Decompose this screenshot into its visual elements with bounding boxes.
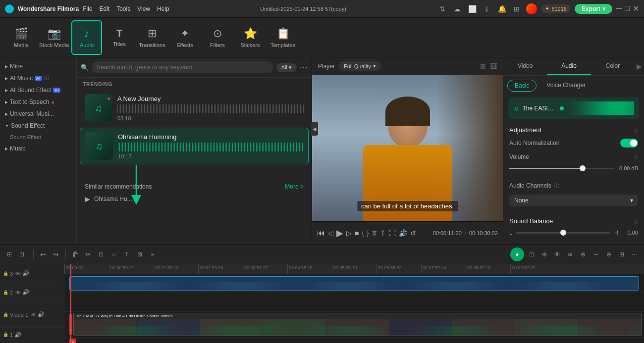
notification-icon[interactable]: 🔔 bbox=[496, 3, 507, 14]
maximize-button[interactable]: □ bbox=[625, 4, 630, 13]
audio-item-1[interactable]: ♫ ♥ A New Journey 03:18 bbox=[80, 90, 309, 126]
adjustment-collapse-icon[interactable]: ◇ bbox=[634, 127, 638, 134]
more-options-button[interactable]: ⋯ bbox=[300, 63, 308, 72]
track3-eye-icon[interactable]: 👁 bbox=[15, 271, 21, 277]
track3-audio-icon[interactable]: 🔊 bbox=[22, 270, 29, 277]
undo-button[interactable]: ↩ bbox=[38, 249, 49, 260]
sub-tab-basic[interactable]: Basic bbox=[507, 80, 537, 92]
tool-stickers[interactable]: ⭐ Stickers bbox=[235, 20, 266, 55]
tool-media[interactable]: 🎬 Media bbox=[6, 20, 37, 55]
track2-audio-icon[interactable]: 🔊 bbox=[22, 289, 29, 295]
tool-filters[interactable]: ⊙ Filters bbox=[202, 20, 233, 55]
track-select-button[interactable]: ⊡ bbox=[16, 249, 27, 260]
eye-button[interactable]: 👁 bbox=[552, 249, 563, 260]
track3-clip[interactable] bbox=[69, 276, 639, 291]
stop-button[interactable]: ■ bbox=[355, 229, 359, 237]
video1-audio-icon[interactable]: 🔊 bbox=[38, 311, 45, 318]
text-button[interactable]: T bbox=[121, 249, 132, 260]
audio-item-2[interactable]: ♫ Ohhisama Humming 10:17 bbox=[80, 128, 309, 164]
collapse-panel-button[interactable]: ◀ bbox=[311, 122, 318, 136]
menu-tools[interactable]: Tools bbox=[116, 5, 130, 12]
video1-eye-icon[interactable]: 👁 bbox=[31, 312, 36, 318]
sidebar-item-universal[interactable]: ▶ Universal Musi... bbox=[0, 108, 76, 120]
cloud-icon[interactable]: ☁ bbox=[452, 3, 463, 14]
delete-button[interactable]: 🗑 bbox=[70, 249, 81, 260]
filter-all-button[interactable]: All ▾ bbox=[276, 63, 297, 72]
snap-button[interactable]: ⧖ bbox=[372, 229, 377, 237]
layout-button[interactable]: ⊞ bbox=[616, 249, 627, 260]
audio-button[interactable]: ♫ bbox=[108, 249, 119, 260]
transform-button[interactable]: ⊠ bbox=[134, 249, 145, 260]
volume-button[interactable]: 🔊 bbox=[399, 229, 407, 237]
rotate-button[interactable]: ↺ bbox=[410, 229, 416, 237]
lr-slider-track[interactable] bbox=[516, 232, 610, 234]
tool-transitions[interactable]: ⊞ Transitions bbox=[137, 20, 167, 55]
next-frame-button[interactable]: ▷ bbox=[346, 229, 352, 237]
auto-norm-toggle[interactable] bbox=[620, 139, 638, 147]
download-icon[interactable]: ⤓ bbox=[482, 3, 492, 14]
next-tab-button[interactable]: ▶ bbox=[635, 57, 644, 75]
sub-tab-voice-changer[interactable]: Voice Changer bbox=[539, 80, 592, 92]
menu-file[interactable]: File bbox=[83, 5, 92, 12]
volume-slider-track[interactable] bbox=[509, 168, 614, 169]
play-button[interactable]: ▶ bbox=[336, 228, 343, 239]
screenshot-icon[interactable]: 🖼 bbox=[490, 62, 497, 70]
sound-balance-reset-icon[interactable]: ◇ bbox=[634, 218, 638, 225]
extract-button[interactable]: ⤒ bbox=[380, 229, 386, 237]
redo-button[interactable]: ↪ bbox=[51, 249, 61, 260]
plus-zoom-button[interactable]: ⊕ bbox=[603, 249, 614, 260]
sidebar-item-sound-effect[interactable]: ▼ Sound Effect bbox=[0, 120, 76, 132]
menu-view[interactable]: View bbox=[137, 5, 150, 12]
close-button[interactable]: ✕ bbox=[633, 4, 639, 13]
tool-effects[interactable]: ✦ Effects bbox=[169, 20, 200, 55]
export-button[interactable]: Export ▾ bbox=[575, 4, 612, 14]
mark-out-button[interactable]: } bbox=[367, 230, 369, 237]
track-add-button[interactable]: ⊞ bbox=[4, 249, 15, 260]
tool-stock-media[interactable]: 📷 Stock Media bbox=[39, 20, 69, 55]
sidebar-item-sound-effect-sub[interactable]: Sound Effect bbox=[0, 132, 76, 143]
lr-slider-thumb[interactable] bbox=[560, 230, 566, 236]
menu-help[interactable]: Help bbox=[157, 5, 169, 12]
prev-frame-button[interactable]: ◁ bbox=[328, 229, 333, 237]
audio-channels-select[interactable]: None ▾ bbox=[509, 195, 638, 206]
grid-view-icon[interactable]: ⊞ bbox=[480, 62, 486, 70]
video-clip[interactable]: The EASIEST Way to Film & Edit Online Co… bbox=[73, 313, 642, 336]
sidebar-item-ai-sound[interactable]: ▶ AI Sound Effect AI bbox=[0, 84, 76, 96]
snap-tl-button[interactable]: ⊕ bbox=[539, 249, 550, 260]
tl-settings-button[interactable]: ⋯ bbox=[629, 249, 640, 260]
sync-icon[interactable]: ⇅ bbox=[437, 3, 448, 14]
more-tl-button[interactable]: » bbox=[147, 249, 158, 260]
cut-button[interactable]: ✂ bbox=[83, 249, 94, 260]
speed-button[interactable]: ⊕ bbox=[578, 249, 589, 260]
volume-slider-thumb[interactable] bbox=[580, 165, 586, 171]
menu-edit[interactable]: Edit bbox=[99, 5, 109, 12]
sidebar-item-ai-music[interactable]: ▶ AI Music AI ⓘ bbox=[0, 72, 76, 84]
sidebar-item-mine[interactable]: ▶ Mine bbox=[0, 60, 76, 72]
minus-zoom-button[interactable]: ─ bbox=[590, 249, 601, 260]
volume-reset-icon[interactable]: ◇ bbox=[634, 153, 638, 160]
tab-video[interactable]: Video bbox=[503, 57, 547, 75]
user-avatar[interactable] bbox=[526, 3, 537, 14]
tool-titles[interactable]: T Titles bbox=[104, 20, 135, 55]
quality-selector[interactable]: Full Quality ▾ bbox=[339, 61, 381, 71]
mark-in-button[interactable]: { bbox=[362, 230, 364, 237]
audio1-audio-icon[interactable]: 🔊 bbox=[14, 332, 21, 338]
record-button[interactable]: ● bbox=[510, 247, 524, 261]
search-input[interactable] bbox=[92, 61, 273, 73]
sidebar-item-music[interactable]: ▶ Music bbox=[0, 143, 76, 154]
rec-item-1[interactable]: ▶ Ohisama Hu... bbox=[77, 193, 312, 205]
waveform-tl-button[interactable]: ≋ bbox=[565, 249, 576, 260]
clip-button[interactable]: ⊡ bbox=[526, 249, 537, 260]
minimize-button[interactable]: ─ bbox=[616, 4, 622, 13]
tab-audio[interactable]: Audio bbox=[547, 57, 590, 75]
full-screen-button[interactable]: ⛶ bbox=[389, 229, 396, 237]
tool-templates[interactable]: 📋 Templates bbox=[268, 20, 298, 55]
sidebar-item-tts[interactable]: ▶ Text to Speech ● bbox=[0, 96, 76, 108]
tab-color[interactable]: Color bbox=[591, 57, 635, 75]
screen-icon[interactable]: ⬜ bbox=[467, 3, 478, 14]
tool-audio[interactable]: ♪ Audio bbox=[71, 20, 102, 55]
more-label[interactable]: More > bbox=[285, 183, 304, 190]
crop-button[interactable]: ⊡ bbox=[96, 249, 107, 260]
apps-icon[interactable]: ⊞ bbox=[511, 3, 522, 14]
track2-eye-icon[interactable]: 👁 bbox=[15, 290, 21, 295]
